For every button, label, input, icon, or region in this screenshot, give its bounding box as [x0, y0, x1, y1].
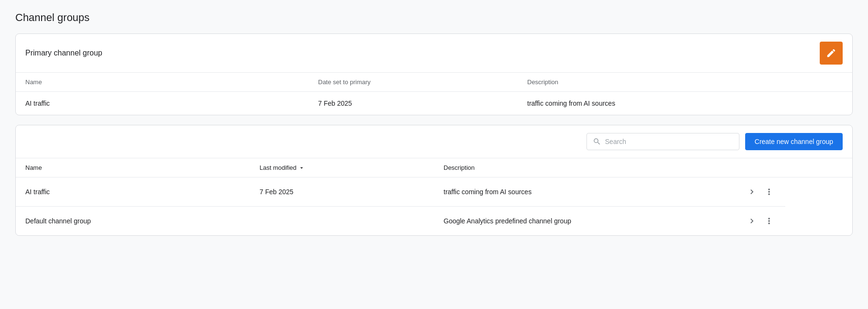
cg-row-desc: traffic coming from AI sources — [434, 177, 785, 207]
col-name2-header: Name — [16, 158, 250, 177]
cg-row-name: AI traffic — [16, 177, 250, 207]
col-date2-header: Last modified — [250, 158, 434, 177]
primary-card-header: Primary channel group — [16, 34, 852, 73]
primary-col-desc-header: Description — [518, 73, 852, 92]
channel-group-row: Default channel group Google Analytics p… — [16, 207, 852, 236]
row-chevron-button[interactable] — [745, 185, 759, 199]
primary-col-name-header: Name — [16, 73, 309, 92]
primary-table-header-row: Name Date set to primary Description — [16, 73, 852, 92]
more-vertical-icon — [764, 216, 774, 226]
primary-table-row: AI traffic 7 Feb 2025 traffic coming fro… — [16, 92, 852, 115]
channel-group-row: AI traffic 7 Feb 2025 traffic coming fro… — [16, 177, 852, 207]
page-title: Channel groups — [15, 11, 853, 24]
row-more-button[interactable] — [762, 185, 776, 199]
cg-row-desc: Google Analytics predefined channel grou… — [434, 207, 785, 236]
primary-channel-group-card: Primary channel group Name Date set to p… — [15, 33, 853, 115]
row-more-button[interactable] — [762, 214, 776, 228]
last-modified-header: Last modified — [260, 164, 424, 171]
edit-primary-group-button[interactable] — [820, 42, 843, 65]
search-row: Create new channel group — [16, 125, 852, 158]
primary-row-date: 7 Feb 2025 — [309, 92, 518, 115]
search-input[interactable] — [605, 138, 733, 145]
primary-row-desc: traffic coming from AI sources — [518, 92, 852, 115]
search-icon — [593, 137, 601, 146]
sort-down-icon — [298, 165, 305, 171]
cg-row-date — [250, 207, 434, 236]
cg-row-date: 7 Feb 2025 — [250, 177, 434, 207]
channel-groups-table-container: Name Last modified Description — [16, 158, 852, 235]
channel-groups-header-row: Name Last modified Description — [16, 158, 852, 177]
cg-row-name: Default channel group — [16, 207, 250, 236]
primary-table-container: Name Date set to primary Description AI … — [16, 73, 852, 115]
more-vertical-icon — [764, 187, 774, 197]
channel-groups-card: Create new channel group Name Last modif… — [15, 125, 853, 236]
row-chevron-button[interactable] — [745, 214, 759, 228]
col-actions-header — [785, 158, 852, 177]
col-desc2-header: Description — [434, 158, 785, 177]
search-box[interactable] — [586, 133, 739, 150]
primary-card-title: Primary channel group — [25, 49, 102, 57]
channel-groups-table: Name Last modified Description — [16, 158, 852, 235]
pencil-icon — [826, 48, 836, 58]
primary-col-date-header: Date set to primary — [309, 73, 518, 92]
chevron-right-icon — [747, 187, 757, 197]
primary-table: Name Date set to primary Description AI … — [16, 73, 852, 115]
create-channel-group-button[interactable]: Create new channel group — [745, 133, 843, 150]
primary-row-name: AI traffic — [16, 92, 309, 115]
chevron-right-icon — [747, 216, 757, 226]
